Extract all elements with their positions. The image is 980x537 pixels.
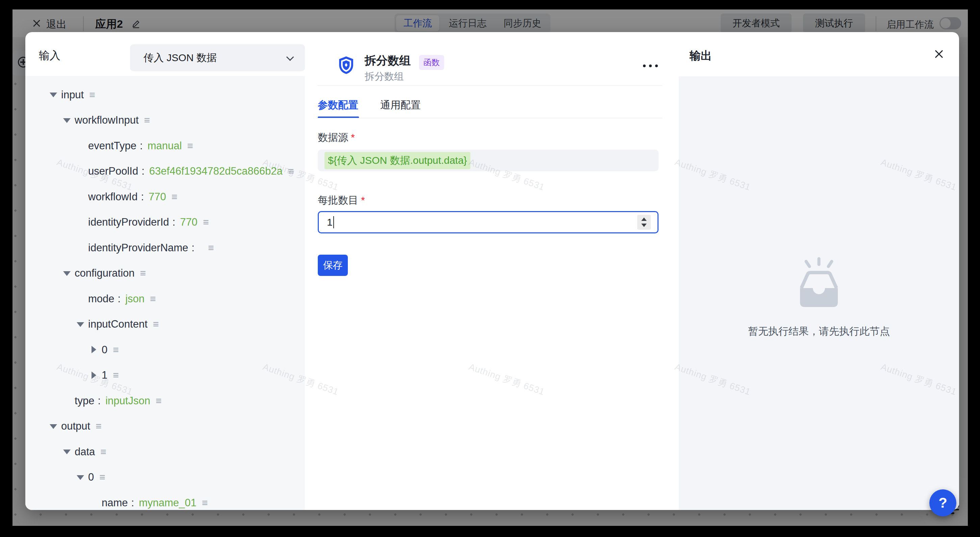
tree-key: 0 [88, 471, 94, 483]
tree-row[interactable]: 0≡ [25, 465, 305, 491]
drag-handle-icon[interactable]: ≡ [113, 344, 119, 355]
tree-row[interactable]: data≡ [25, 439, 305, 465]
expand-arrow-icon[interactable] [49, 89, 61, 100]
expand-arrow-icon[interactable] [76, 319, 88, 330]
drag-handle-icon[interactable]: ≡ [202, 497, 208, 508]
tab-parameter-config[interactable]: 参数配置 [318, 98, 358, 112]
tree-key: userPoolId [88, 165, 138, 177]
tree-key: identityProviderName [88, 242, 188, 254]
input-panel-title: 输入 [39, 48, 60, 63]
arrow-spacer [76, 140, 88, 151]
tree-row[interactable]: mode:json≡ [25, 286, 305, 312]
input-panel-header: 输入 传入 JSON 数据 [25, 32, 305, 76]
expand-arrow-icon[interactable] [49, 421, 61, 432]
expand-arrow-icon[interactable] [63, 115, 75, 126]
drag-handle-icon[interactable]: ≡ [100, 446, 107, 457]
tree-value: json [125, 293, 145, 305]
tree-value: 770 [180, 216, 197, 228]
tree-key: input [61, 89, 84, 101]
tree-row[interactable]: userPoolId:63ef46f1934782d5ca866b2a≡ [25, 159, 305, 185]
tree-key: type [75, 395, 95, 407]
tree-value: inputJson [105, 395, 150, 407]
drag-handle-icon[interactable]: ≡ [156, 395, 162, 406]
drag-handle-icon[interactable]: ≡ [203, 217, 209, 228]
tree-value: myname_01 [139, 497, 197, 509]
drag-handle-icon[interactable]: ≡ [172, 191, 178, 202]
tree-colon: : [173, 216, 176, 228]
drag-handle-icon[interactable]: ≡ [150, 293, 156, 304]
tree-colon: : [118, 293, 121, 305]
input-source-value: 传入 JSON 数据 [143, 51, 217, 65]
output-panel-header: 输出 [679, 32, 959, 76]
tree-row[interactable]: 0≡ [25, 337, 305, 363]
number-stepper [637, 215, 651, 229]
tree-colon: : [142, 165, 145, 177]
tree-key: name [102, 497, 128, 509]
tree-row[interactable]: 1≡ [25, 363, 305, 389]
batch-size-label: 每批数目* [318, 193, 365, 207]
function-node-shield-icon [338, 56, 355, 75]
drag-handle-icon[interactable]: ≡ [208, 242, 214, 253]
tree-row[interactable]: workflowId:770≡ [25, 184, 305, 210]
drag-handle-icon[interactable]: ≡ [89, 89, 95, 100]
tree-row[interactable]: configuration≡ [25, 261, 305, 287]
tree-key: configuration [75, 267, 135, 279]
tree-row[interactable]: type:inputJson≡ [25, 388, 305, 414]
tree-row[interactable]: name:myname_01≡ [25, 490, 305, 510]
drag-handle-icon[interactable]: ≡ [144, 115, 150, 126]
tree-colon: : [131, 497, 134, 509]
tree-row[interactable]: identityProviderName:≡ [25, 235, 305, 261]
drag-handle-icon[interactable]: ≡ [113, 370, 119, 381]
drag-handle-icon[interactable]: ≡ [140, 268, 146, 279]
tree-row[interactable]: identityProviderId:770≡ [25, 210, 305, 236]
tree-value: 63ef46f1934782d5ca866b2a [149, 165, 283, 177]
tree-value: 770 [149, 191, 166, 203]
text-cursor [333, 216, 334, 228]
tree-key: workflowInput [75, 114, 139, 126]
expand-arrow-icon[interactable] [63, 446, 75, 457]
arrow-spacer [76, 293, 88, 304]
more-menu-icon[interactable] [643, 64, 665, 67]
output-panel: 输出 暂无执行结果，请先执行此节点 [679, 32, 959, 510]
tab-general-config[interactable]: 通用配置 [380, 98, 421, 112]
tree-key: workflowId [88, 191, 137, 203]
drag-handle-icon[interactable]: ≡ [187, 140, 193, 151]
node-title: 拆分数组 [365, 53, 410, 69]
tree-row[interactable]: output≡ [25, 414, 305, 440]
arrow-spacer [76, 242, 88, 253]
variable-token[interactable]: ${传入 JSON 数据.output.data} [325, 152, 471, 169]
drag-handle-icon[interactable]: ≡ [95, 421, 102, 432]
tree-key: inputContent [88, 318, 148, 330]
tree-row[interactable]: input≡ [25, 82, 305, 108]
tree-key: data [75, 446, 95, 458]
node-detail-modal: 输入 传入 JSON 数据 input≡workflowInput≡eventT… [25, 32, 959, 510]
input-source-select[interactable]: 传入 JSON 数据 [130, 44, 305, 71]
drag-handle-icon[interactable]: ≡ [153, 319, 159, 330]
tree-key: 1 [102, 369, 107, 381]
data-source-label: 数据源* [318, 131, 355, 145]
expand-arrow-icon[interactable] [76, 472, 88, 483]
drag-handle-icon[interactable]: ≡ [288, 166, 294, 177]
data-source-input[interactable]: ${传入 JSON 数据.output.data} [318, 150, 659, 171]
expand-arrow-icon[interactable] [90, 344, 102, 355]
help-button[interactable]: ? [929, 489, 956, 516]
tree-colon: : [140, 140, 143, 152]
tree-row[interactable]: inputContent≡ [25, 312, 305, 338]
tree-value: manual [148, 140, 182, 152]
batch-size-input[interactable]: 1 [318, 211, 659, 233]
drag-handle-icon[interactable]: ≡ [99, 472, 105, 483]
tree-key: 0 [102, 344, 107, 356]
tree-colon: : [141, 191, 144, 203]
tree-row[interactable]: eventType:manual≡ [25, 133, 305, 159]
save-button[interactable]: 保存 [318, 255, 348, 276]
output-panel-title: 输出 [690, 48, 712, 64]
stepper-down-icon[interactable] [637, 222, 651, 229]
expand-arrow-icon[interactable] [90, 370, 102, 381]
stepper-up-icon[interactable] [637, 215, 651, 222]
required-asterisk: * [351, 132, 355, 143]
expand-arrow-icon[interactable] [63, 268, 75, 279]
tree-row[interactable]: workflowInput≡ [25, 108, 305, 134]
empty-inbox-icon [792, 257, 846, 311]
empty-state-text: 暂无执行结果，请先执行此节点 [679, 325, 959, 338]
close-modal-icon[interactable] [933, 48, 945, 60]
